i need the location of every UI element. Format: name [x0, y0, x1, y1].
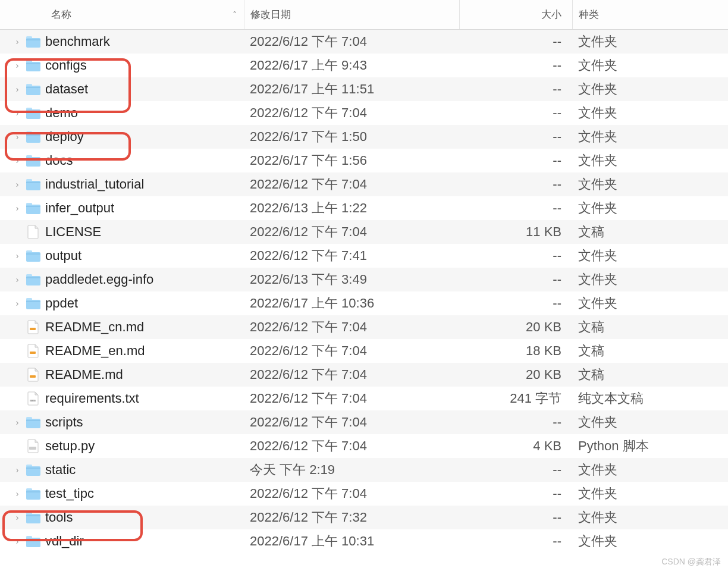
file-date-label: 2022/6/12 下午 7:04 [244, 485, 459, 503]
file-icon [25, 343, 42, 359]
file-size-label: -- [459, 153, 572, 168]
table-row[interactable]: ›configs2022/6/17 上午 9:43--文件夹 [0, 54, 728, 77]
header-name-label: 名称 [51, 8, 71, 21]
file-name-label: docs [45, 153, 73, 168]
file-name-label: test_tipc [45, 486, 94, 501]
svg-rect-10 [26, 109, 40, 119]
table-row[interactable]: LICENSE2022/6/12 下午 7:0411 KB文稿 [0, 220, 728, 244]
file-size-label: -- [459, 486, 572, 501]
disclosure-triangle-icon[interactable]: › [13, 299, 21, 308]
header-name[interactable]: 名称 ˄ [0, 8, 244, 21]
disclosure-triangle-icon[interactable]: › [13, 465, 21, 475]
file-date-label: 2022/6/12 下午 7:04 [244, 366, 459, 384]
file-name-label: scripts [45, 415, 83, 430]
file-size-label: -- [459, 248, 572, 263]
disclosure-triangle-icon[interactable]: › [13, 275, 21, 284]
file-date-label: 2022/6/13 下午 3:49 [244, 271, 459, 288]
folder-icon [25, 200, 42, 216]
file-kind-label: 文件夹 [572, 104, 728, 122]
disclosure-triangle-icon[interactable]: › [13, 37, 21, 46]
svg-rect-19 [26, 181, 40, 190]
disclosure-triangle-icon[interactable]: › [13, 203, 21, 213]
file-date-label: 2022/6/12 下午 7:32 [244, 509, 459, 526]
file-kind-label: 文件夹 [572, 199, 728, 217]
table-row[interactable]: README_en.md2022/6/12 下午 7:0418 KB文稿 [0, 339, 728, 363]
table-row[interactable]: ›output2022/6/12 下午 7:41--文件夹 [0, 244, 728, 268]
file-date-label: 2022/6/12 下午 7:04 [244, 390, 459, 407]
disclosure-triangle-icon[interactable]: › [13, 537, 21, 546]
table-row[interactable]: ›benchmark2022/6/12 下午 7:04--文件夹 [0, 30, 728, 54]
disclosure-triangle-icon[interactable]: › [13, 180, 21, 189]
svg-rect-28 [26, 276, 40, 286]
file-date-label: 2022/6/12 下午 7:04 [244, 175, 459, 193]
header-size[interactable]: 大小 [459, 0, 572, 29]
sort-ascending-icon: ˄ [233, 10, 237, 20]
table-row[interactable]: ›deploy2022/6/17 下午 1:50--文件夹 [0, 125, 728, 149]
table-row[interactable]: README_cn.md2022/6/12 下午 7:0420 KB文稿 [0, 315, 728, 339]
header-kind[interactable]: 种类 [572, 0, 728, 29]
table-row[interactable]: ›docs2022/6/17 下午 1:56--文件夹 [0, 149, 728, 172]
disclosure-triangle-icon[interactable]: › [13, 108, 21, 118]
file-name-label: requirements.txt [45, 391, 139, 406]
file-name-label: ppdet [45, 296, 78, 311]
table-row[interactable]: ›dataset2022/6/17 上午 11:51--文件夹 [0, 77, 728, 101]
table-row[interactable]: ›vdl_dir2022/6/17 上午 10:31--文件夹 [0, 529, 728, 553]
table-row[interactable]: README.md2022/6/12 下午 7:0420 KB文稿 [0, 363, 728, 387]
folder-icon [25, 105, 42, 121]
file-date-label: 2022/6/12 下午 7:04 [244, 413, 459, 431]
disclosure-triangle-icon[interactable]: › [13, 251, 21, 261]
folder-icon [25, 510, 42, 525]
table-row[interactable]: ›infer_output2022/6/13 上午 1:22--文件夹 [0, 196, 728, 220]
file-size-label: -- [459, 34, 572, 49]
file-size-label: 11 KB [459, 224, 572, 240]
file-size-label: -- [459, 177, 572, 192]
disclosure-triangle-icon[interactable]: › [13, 84, 21, 94]
file-kind-label: 文稿 [572, 342, 728, 360]
file-icon [25, 224, 42, 240]
svg-rect-25 [26, 252, 40, 262]
svg-rect-1 [26, 38, 40, 48]
folder-icon [25, 153, 42, 168]
svg-rect-43 [26, 466, 40, 476]
disclosure-triangle-icon[interactable]: › [13, 489, 21, 498]
disclosure-triangle-icon[interactable]: › [13, 61, 21, 70]
file-kind-label: 文稿 [572, 366, 728, 384]
disclosure-triangle-icon[interactable]: › [13, 418, 21, 427]
header-date[interactable]: 修改日期 [244, 0, 459, 29]
table-row[interactable]: setup.py2022/6/12 下午 7:044 KBPython 脚本 [0, 434, 728, 458]
file-name-label: output [45, 248, 81, 263]
table-row[interactable]: ›industrial_tutorial2022/6/12 下午 7:04--文… [0, 172, 728, 196]
table-row[interactable]: ›test_tipc2022/6/12 下午 7:04--文件夹 [0, 482, 728, 506]
file-kind-label: 文稿 [572, 318, 728, 336]
svg-rect-35 [30, 375, 36, 378]
disclosure-triangle-icon[interactable]: › [13, 513, 21, 522]
svg-rect-46 [26, 490, 40, 500]
svg-rect-16 [26, 157, 40, 167]
file-date-label: 2022/6/17 上午 10:31 [244, 532, 459, 550]
table-row[interactable]: ›demo2022/6/12 下午 7:04--文件夹 [0, 101, 728, 125]
folder-icon [25, 415, 42, 430]
folder-icon [25, 534, 42, 549]
file-kind-label: 文件夹 [572, 461, 728, 479]
file-icon [25, 319, 42, 335]
disclosure-triangle-icon[interactable]: › [13, 156, 21, 165]
svg-rect-49 [26, 514, 40, 523]
file-kind-label: Python 脚本 [572, 437, 728, 455]
svg-rect-41 [29, 447, 36, 450]
table-row[interactable]: ›scripts2022/6/12 下午 7:04--文件夹 [0, 410, 728, 434]
file-size-label: 241 字节 [459, 390, 572, 407]
file-kind-label: 文件夹 [572, 57, 728, 74]
table-row[interactable]: ›tools2022/6/12 下午 7:32--文件夹 [0, 506, 728, 529]
file-name-label: tools [45, 510, 73, 525]
table-row[interactable]: ›static今天 下午 2:19--文件夹 [0, 458, 728, 482]
table-row[interactable]: ›paddledet.egg-info2022/6/13 下午 3:49--文件… [0, 268, 728, 291]
file-name-label: industrial_tutorial [45, 177, 144, 192]
table-row[interactable]: TXTrequirements.txt2022/6/12 下午 7:04241 … [0, 387, 728, 410]
file-date-label: 2022/6/12 下午 7:04 [244, 33, 459, 51]
folder-icon [25, 81, 42, 97]
table-row[interactable]: ›ppdet2022/6/17 上午 10:36--文件夹 [0, 291, 728, 315]
svg-rect-22 [26, 205, 40, 214]
disclosure-triangle-icon[interactable]: › [13, 132, 21, 142]
file-icon [25, 438, 42, 454]
file-name-label: benchmark [45, 34, 110, 49]
